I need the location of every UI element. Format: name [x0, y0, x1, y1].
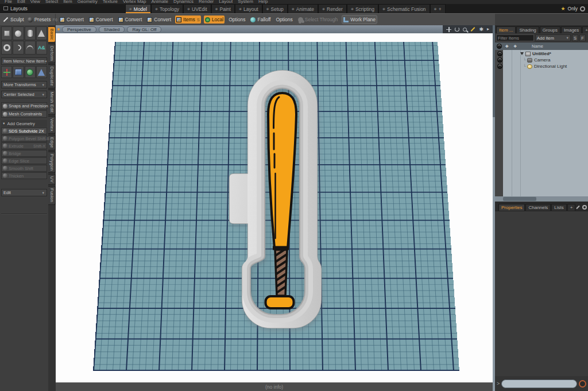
tool-curve-button[interactable]	[25, 41, 36, 55]
panel-gear-icon[interactable]	[582, 205, 587, 210]
tool-axis-button[interactable]	[1, 66, 12, 78]
expand-triangle-icon[interactable]	[520, 52, 524, 55]
toolbar-button[interactable]: Select Through	[297, 16, 339, 24]
vertical-tab[interactable]: Vertex	[48, 116, 56, 134]
record-icon[interactable]	[579, 380, 586, 388]
tool-swirl-button[interactable]	[13, 41, 24, 55]
panel-tab[interactable]: Shading	[516, 26, 539, 33]
panel-tab[interactable]: Item ...	[496, 26, 516, 33]
vertical-tab[interactable]: UV	[48, 174, 56, 185]
zoom-icon[interactable]	[463, 28, 467, 32]
gear-icon[interactable]	[580, 6, 585, 11]
vertical-tab[interactable]: Basic	[48, 26, 56, 42]
panel-tab[interactable]: Images	[561, 26, 582, 33]
vertical-tab[interactable]: Mesh Edit	[48, 90, 56, 115]
scale-icon[interactable]	[471, 27, 475, 32]
tool-cone-button[interactable]	[36, 26, 47, 40]
menu-item[interactable]: Dynamics	[173, 0, 194, 4]
toolbar-button[interactable]: Falloff	[249, 16, 272, 24]
presets-button[interactable]: PresetsF6	[26, 16, 59, 24]
menu-item[interactable]: Geometry	[78, 0, 98, 4]
vertical-tab[interactable]: Polygon	[48, 152, 56, 173]
item-list-hscrollbar[interactable]	[495, 196, 588, 202]
panel-tab[interactable]: Lists	[551, 204, 566, 211]
geometry-tool-button[interactable]: Polygon Bevel Shift-B	[1, 135, 47, 142]
eye-icon[interactable]	[497, 57, 502, 63]
layout-tab[interactable]: ✱ Topology	[151, 4, 183, 13]
tool-gsphere-button[interactable]	[25, 66, 36, 78]
layout-tab[interactable]: ✱ Layout	[235, 4, 262, 13]
layout-tab[interactable]: ✱ Schematic Fusion	[378, 4, 430, 13]
sidebar-tool-button[interactable]: Snaps and Precision	[1, 102, 47, 110]
viewport-canvas[interactable]	[56, 33, 493, 382]
layout-tab[interactable]: ✱ Scripting	[347, 4, 378, 13]
raygl-tab[interactable]: Ray GL: Off	[127, 26, 161, 33]
command-input[interactable]	[501, 380, 577, 388]
eye-icon[interactable]	[497, 51, 502, 56]
layout-tab[interactable]: ✱ Paint	[211, 4, 235, 13]
panel-tab[interactable]: Channels	[525, 204, 551, 211]
geometry-tool-button[interactable]: Edge Slice	[1, 157, 47, 164]
expand-panel-icon[interactable]	[577, 206, 580, 209]
menu-item[interactable]: View	[30, 0, 40, 4]
menu-item[interactable]: File	[5, 0, 12, 4]
vertical-tab[interactable]: Duplicate	[48, 64, 56, 88]
perspective-tab[interactable]: Perspective	[62, 26, 96, 33]
menu-item[interactable]: Layout	[219, 0, 233, 4]
panel-tab[interactable]: Groups	[540, 26, 560, 33]
expand-icon[interactable]: ▸	[487, 25, 489, 33]
filter-items-input[interactable]: Filter Items	[496, 34, 534, 41]
geometry-tool-button[interactable]: Smooth Shift	[1, 165, 47, 172]
item-row-directional-light[interactable]: └ Directional Light	[503, 63, 588, 69]
toolbar-button[interactable]: Local	[204, 16, 225, 24]
layout-tab[interactable]: ✱ UVEdit	[183, 4, 211, 13]
tool-pyramid-button[interactable]	[36, 66, 47, 78]
toolbar-button[interactable]: Items S	[175, 16, 201, 24]
menu-item[interactable]: Texture	[103, 0, 118, 4]
menu-item[interactable]: Animate	[152, 0, 168, 4]
add-item-dropdown[interactable]: Add Item▼	[535, 34, 571, 41]
menu-item[interactable]: Help	[258, 0, 268, 4]
geometry-tool-button[interactable]: Thicken	[1, 172, 47, 179]
geometry-tool-button[interactable]: Bridge	[1, 150, 47, 157]
center-selected-dropdown[interactable]: Center Selected▼	[1, 91, 47, 98]
geometry-tool-button[interactable]: Extrude Shift-X	[1, 142, 47, 149]
layout-tab[interactable]: ✱ +	[430, 4, 446, 13]
f-button[interactable]: F	[579, 34, 586, 41]
layout-tab[interactable]: ✱ Setup	[262, 4, 288, 13]
toolbar-button[interactable]: Convert	[59, 16, 85, 24]
toolbar-button[interactable]: Convert	[88, 16, 114, 24]
tool-cylinder-button[interactable]	[25, 26, 36, 40]
cookie-cutter-model[interactable]	[56, 33, 493, 382]
menu-item[interactable]: Item	[63, 0, 72, 4]
layouts-label[interactable]: Layouts	[10, 4, 28, 13]
item-row-untitled[interactable]: Untitled*	[503, 51, 588, 57]
vertical-tab[interactable]: Fusion	[48, 186, 56, 204]
item-row-camera[interactable]: └ Camera	[503, 57, 588, 63]
layout-tab[interactable]: ✱ Render	[318, 4, 347, 13]
edit-dropdown[interactable]: Edit▼	[1, 189, 47, 196]
menu-item[interactable]: Select	[45, 0, 58, 4]
menu-item[interactable]: Render	[199, 0, 214, 4]
vertical-tab[interactable]: Deform	[48, 44, 56, 63]
only-label[interactable]: Only	[568, 6, 578, 11]
add-geometry-header[interactable]: ▼Add Geometry	[1, 120, 47, 127]
tool-plane-button[interactable]	[13, 66, 24, 78]
tool-sphere-button[interactable]	[13, 26, 24, 40]
panel-tab[interactable]: +	[582, 26, 588, 33]
panel-tab[interactable]: Properties	[498, 204, 525, 211]
sculpt-button[interactable]: Sculpt	[2, 16, 25, 24]
menu-item[interactable]: System	[238, 0, 253, 4]
toolbar-button[interactable]: Options	[227, 16, 246, 24]
tool-text-button[interactable]: A&	[36, 41, 47, 55]
layout-tab[interactable]: ✱ Model	[125, 4, 151, 13]
shaded-tab[interactable]: Shaded	[99, 26, 125, 33]
toolbar-button[interactable]: Options	[274, 16, 293, 24]
item-menu-dropdown[interactable]: Item Menu: New Item▼	[1, 57, 47, 65]
layout-tab[interactable]: ✱ Animate	[288, 4, 318, 13]
tool-torus-button[interactable]	[1, 41, 12, 55]
settings-icon[interactable]: ✱	[479, 25, 483, 33]
eye-icon[interactable]	[497, 64, 502, 69]
s-button[interactable]: S	[572, 34, 578, 41]
geometry-tool-button[interactable]: SDS Subdivide 2X	[1, 127, 47, 134]
